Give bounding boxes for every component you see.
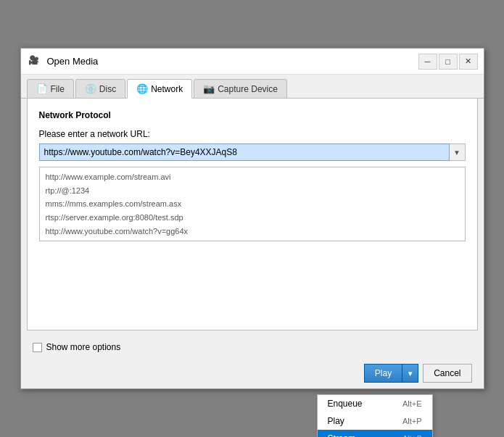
tab-capture-label: Capture Device <box>218 84 278 94</box>
tab-file-label: File <box>51 84 65 94</box>
menu-item-stream[interactable]: Stream Alt+S <box>318 430 432 437</box>
tab-bar: 📄 File 💿 Disc 🌐 Network 📷 Capture Device <box>21 75 484 99</box>
network-tab-icon: 🌐 <box>136 83 148 94</box>
url-input-row: ▼ <box>39 143 466 161</box>
window-controls: ─ □ ✕ <box>418 54 478 70</box>
bottom-bar: Show more options <box>21 336 484 358</box>
disc-tab-icon: 💿 <box>85 83 96 94</box>
suggestions-list: http://www.example.com/stream.avi rtp://… <box>39 167 466 241</box>
show-more-label: Show more options <box>46 342 121 352</box>
show-more-checkbox[interactable] <box>33 343 42 352</box>
menu-stream-label: Stream <box>328 433 356 437</box>
suggestion-2[interactable]: rtp://@:1234 <box>46 184 459 198</box>
url-input[interactable] <box>39 143 450 161</box>
suggestion-3[interactable]: mms://mms.examples.com/stream.asx <box>46 197 459 211</box>
tab-capture[interactable]: 📷 Capture Device <box>194 79 287 98</box>
file-tab-icon: 📄 <box>36 83 48 94</box>
tab-file[interactable]: 📄 File <box>27 79 74 98</box>
actions-area: Play ▼ Cancel Enqueue Alt+E Play Alt+P S… <box>21 358 484 388</box>
suggestion-4[interactable]: rtsp://server.example.org:8080/test.sdp <box>46 211 459 225</box>
menu-play-shortcut: Alt+P <box>402 417 422 425</box>
maximize-button[interactable]: □ <box>439 54 458 70</box>
network-content: Network Protocol Please enter a network … <box>27 99 478 330</box>
title-bar: 🎥 Open Media ─ □ ✕ <box>21 49 484 75</box>
close-button[interactable]: ✕ <box>459 54 478 70</box>
app-icon: 🎥 <box>28 55 41 68</box>
suggestion-1[interactable]: http://www.example.com/stream.avi <box>46 170 459 184</box>
open-media-window: 🎥 Open Media ─ □ ✕ 📄 File 💿 Disc 🌐 Netwo… <box>20 48 484 389</box>
play-button[interactable]: Play <box>364 364 402 383</box>
tab-disc-label: Disc <box>99 84 116 94</box>
tab-network-label: Network <box>151 84 183 94</box>
url-field-label: Please enter a network URL: <box>39 129 466 139</box>
play-dropdown-arrow[interactable]: ▼ <box>402 364 418 383</box>
section-title: Network Protocol <box>39 110 466 120</box>
menu-item-enqueue[interactable]: Enqueue Alt+E <box>318 395 432 412</box>
play-button-group: Play ▼ <box>364 364 418 383</box>
menu-item-play[interactable]: Play Alt+P <box>318 412 432 430</box>
minimize-button[interactable]: ─ <box>418 54 437 70</box>
window-title: Open Media <box>47 56 418 67</box>
cancel-button[interactable]: Cancel <box>423 364 471 383</box>
show-more-row: Show more options <box>33 342 472 352</box>
suggestion-5[interactable]: http://www.youtube.com/watch?v=gg64x <box>46 225 459 238</box>
url-dropdown-button[interactable]: ▼ <box>450 143 466 161</box>
menu-enqueue-label: Enqueue <box>328 399 363 409</box>
tab-network[interactable]: 🌐 Network <box>127 79 192 99</box>
capture-tab-icon: 📷 <box>203 83 215 94</box>
play-dropdown-menu: Enqueue Alt+E Play Alt+P Stream Alt+S Co… <box>317 394 433 437</box>
menu-stream-shortcut: Alt+S <box>402 434 422 437</box>
menu-enqueue-shortcut: Alt+E <box>402 399 422 408</box>
tab-disc[interactable]: 💿 Disc <box>75 79 125 98</box>
menu-play-label: Play <box>328 416 344 426</box>
